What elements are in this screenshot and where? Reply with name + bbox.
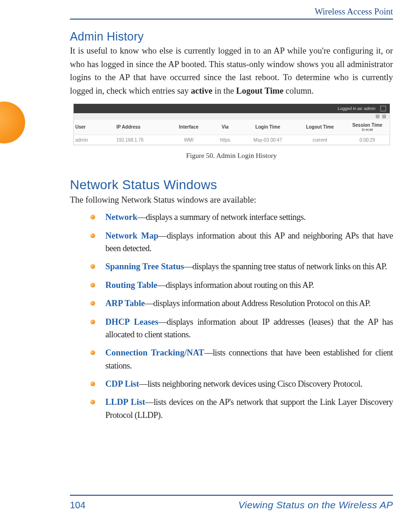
list-item: Routing Table—displays information about… <box>90 279 393 292</box>
page-number: 104 <box>70 500 85 511</box>
th-session-time-sub: D:H:M <box>347 128 388 132</box>
list-item-link[interactable]: Network <box>105 212 138 222</box>
list-item-link[interactable]: Routing Table <box>105 280 158 290</box>
para-tail: column. <box>283 86 314 96</box>
list-item-text: —displays a summary of network interface… <box>138 212 306 222</box>
th-login-time: Login Time <box>241 120 295 135</box>
logged-in-label: Logged in as: admin <box>337 106 375 111</box>
footer-text: Viewing Status on the Wireless AP <box>238 499 393 511</box>
list-item: ARP Table—displays information about Add… <box>90 297 393 310</box>
cell-interface: WMI <box>168 135 209 145</box>
list-item-link[interactable]: DHCP Leases <box>105 317 158 327</box>
th-session-time: Session Time D:H:M <box>345 120 390 135</box>
section-heading-admin-history: Admin History <box>70 30 393 43</box>
list-item-link[interactable]: Network Map <box>105 231 158 240</box>
topbar-square-icon <box>380 106 386 111</box>
list-item: Network—displays a summary of network in… <box>90 211 393 224</box>
para-mid: in the <box>213 86 236 96</box>
figure-caption: Figure 50. Admin Login History <box>73 152 390 160</box>
cell-login-time: May-03 00:47 <box>241 135 295 145</box>
table-header-row: User IP Address Interface Via Login Time… <box>74 120 390 135</box>
figure-toolbar <box>74 113 390 120</box>
list-item-link[interactable]: LLDP List <box>105 397 145 407</box>
list-item-text: —displays information about routing on t… <box>158 280 314 290</box>
section-heading-network-status: Network Status Windows <box>70 178 393 192</box>
page-footer: 104 Viewing Status on the Wireless AP <box>70 499 393 511</box>
th-interface: Interface <box>168 120 209 135</box>
cell-logout-time: current <box>295 135 345 145</box>
list-item-text: —displays information about Address Reso… <box>145 299 371 308</box>
figure-screenshot: Logged in as: admin User IP Address Inte… <box>73 103 390 145</box>
toolbar-icon <box>376 115 379 118</box>
list-item-link[interactable]: ARP Table <box>105 299 145 308</box>
list-item-text: —displays the spanning tree status of ne… <box>184 262 387 271</box>
top-rule <box>70 19 393 20</box>
list-item: LLDP List—lists devices on the AP's netw… <box>90 396 393 422</box>
admin-history-table: User IP Address Interface Via Login Time… <box>74 120 390 145</box>
cell-session-time: 0:00:29 <box>345 135 390 145</box>
toolbar-icon <box>382 115 386 118</box>
list-item-link[interactable]: Spanning Tree Status <box>105 262 184 271</box>
th-session-time-label: Session Time <box>352 123 382 128</box>
table-row: admin 192.168.1.76 WMI https May-03 00:4… <box>74 135 390 145</box>
list-item: Spanning Tree Status—displays the spanni… <box>90 260 393 273</box>
list-item-text: —lists devices on the AP's network that … <box>105 397 393 419</box>
network-status-intro: The following Network Status windows are… <box>70 193 393 207</box>
admin-history-paragraph: It is useful to know who else is current… <box>70 44 393 98</box>
th-logout-time: Logout Time <box>295 120 345 135</box>
figure-admin-login-history: Logged in as: admin User IP Address Inte… <box>73 103 390 160</box>
footer-rule <box>70 495 393 496</box>
para-bold-active: active <box>191 86 212 96</box>
list-item-text: —lists neighboring network devices using… <box>139 379 362 389</box>
network-status-list: Network—displays a summary of network in… <box>70 211 393 422</box>
para-bold-logout-time: Logout Time <box>236 86 284 96</box>
cell-via: https <box>209 135 241 145</box>
figure-topbar: Logged in as: admin <box>74 104 390 113</box>
cell-user: admin <box>74 135 115 145</box>
list-item: Network Map—displays information about t… <box>90 230 393 255</box>
th-via: Via <box>209 120 241 135</box>
list-item-link[interactable]: CDP List <box>105 379 139 389</box>
list-item-link[interactable]: Connection Tracking/NAT <box>105 348 204 357</box>
running-head: Wireless Access Point <box>70 7 393 17</box>
list-item: Connection Tracking/NAT—lists connection… <box>90 347 393 372</box>
th-ip: IP Address <box>115 120 168 135</box>
list-item: CDP List—lists neighboring network devic… <box>90 378 393 390</box>
page: Wireless Access Point Admin History It i… <box>0 0 420 519</box>
cell-ip: 192.168.1.76 <box>115 135 168 145</box>
side-tab-decoration <box>0 102 25 143</box>
list-item: DHCP Leases—displays information about I… <box>90 316 393 341</box>
th-user: User <box>74 120 115 135</box>
